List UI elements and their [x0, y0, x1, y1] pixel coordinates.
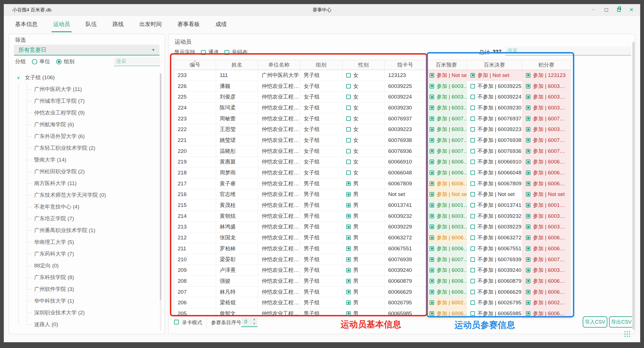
cell-final[interactable]: 参加 | Not set	[467, 70, 522, 81]
cell-final[interactable]: 不参加 | 60066048	[467, 167, 522, 178]
checkbox-checked-icon[interactable]	[526, 279, 530, 283]
checkbox-checked-icon[interactable]	[346, 268, 351, 272]
checkbox-checked-icon[interactable]	[526, 203, 530, 207]
import-csv-button[interactable]: 导入CSV	[583, 316, 607, 328]
checkbox-checked-icon[interactable]	[430, 149, 434, 153]
cell-points[interactable]: 参加 | 6006…	[522, 157, 570, 167]
checkbox-checked-icon[interactable]	[430, 116, 434, 121]
table-header-col-name[interactable]: 姓名	[216, 60, 258, 70]
cell-points[interactable]: 参加 | Not set	[522, 189, 570, 200]
minimize-icon[interactable]: −	[591, 7, 596, 13]
cell-prelim[interactable]: 参加 | 6003…	[426, 211, 467, 221]
sidebar-scrollbar-thumb[interactable]	[160, 73, 161, 300]
cell-points[interactable]: 参加 | 6003…	[522, 124, 570, 135]
checkbox-checked-icon[interactable]	[526, 95, 530, 99]
maximize-icon[interactable]	[604, 7, 609, 13]
cell-prelim[interactable]: 参加 | 6006…	[426, 287, 467, 297]
cell-gender[interactable]: 女	[343, 167, 385, 178]
checkbox-checked-icon[interactable]	[430, 290, 434, 294]
checkbox-checked-icon[interactable]	[430, 127, 434, 132]
cell-final[interactable]: 不参加 | 60076937	[467, 113, 522, 124]
cell-points[interactable]: 参加 | 6003…	[522, 222, 570, 232]
tab-基本信息[interactable]: 基本信息	[13, 20, 39, 32]
table-header-col-id[interactable]: ∨编号	[174, 60, 216, 70]
cell-prelim[interactable]: 参加 | 6007…	[426, 113, 467, 124]
table-row[interactable]: 212张国龙仲恺农业工程…男子组男60063272参加 | 6006…不参加 |…	[174, 232, 570, 243]
cell-gender[interactable]: 女	[343, 81, 385, 92]
checkbox-checked-icon[interactable]	[430, 246, 434, 251]
cell-gender[interactable]: 男	[343, 189, 385, 200]
checkbox-checked-icon[interactable]	[526, 235, 530, 240]
radio-unit[interactable]	[32, 59, 37, 64]
tree-item[interactable]: 华中科技大学 (1)	[9, 295, 161, 307]
tree-item[interactable]: 广东科技学院 (8)	[9, 272, 161, 283]
table-row[interactable]: 219黄惠茵仲恺农业工程…女子组女60066910参加 | 6006…不参加 |…	[174, 157, 570, 168]
checkbox-checked-icon[interactable]	[526, 160, 530, 164]
cell-points[interactable]: 参加 | 6007…	[522, 254, 570, 265]
cell-prelim[interactable]: 参加 | 6007…	[426, 135, 467, 146]
cell-gender[interactable]: 男	[343, 276, 385, 286]
cell-gender[interactable]: 女	[343, 157, 385, 167]
checkbox-checked-icon[interactable]	[430, 257, 434, 262]
cell-points[interactable]: 参加 | 6006…	[522, 243, 570, 254]
stepper-up-icon[interactable]: ▲	[253, 318, 256, 321]
checkbox-checked-icon[interactable]	[346, 246, 351, 251]
table-row[interactable]: 210梁晏彰仲恺农业工程…男子组男60076939参加 | 6007…不参加 |…	[174, 254, 570, 265]
checkbox-unchecked-icon[interactable]	[470, 106, 475, 110]
checkbox-checked-icon[interactable]	[346, 225, 351, 229]
tab-成绩[interactable]: 成绩	[214, 20, 228, 32]
checkbox-checked-icon[interactable]	[430, 192, 434, 197]
table-header-col-group[interactable]: 组别	[300, 60, 343, 70]
tree-item[interactable]: 广东培正学院 (7)	[9, 213, 161, 225]
checkbox-unchecked-icon[interactable]	[470, 192, 475, 197]
checkbox-unchecked-icon[interactable]	[470, 138, 475, 143]
checkbox-checked-icon[interactable]	[526, 73, 530, 78]
cell-points[interactable]: 参加 | 6003…	[522, 265, 570, 275]
checkbox-unchecked-icon[interactable]	[346, 84, 351, 88]
checkbox-checked-icon[interactable]	[430, 95, 434, 99]
cell-prelim[interactable]: 参加 | 6003…	[426, 222, 467, 232]
checkbox-checked-icon[interactable]	[430, 203, 434, 207]
checkbox-unchecked-icon[interactable]	[470, 84, 475, 88]
cell-prelim[interactable]: 参加 | 6003…	[426, 102, 467, 113]
table-header-col-card[interactable]: 指卡号	[385, 60, 426, 70]
table-header-col-org[interactable]: 单位名称	[258, 60, 300, 70]
cell-prelim[interactable]: 参加 | 6003…	[426, 81, 467, 92]
tab-队伍[interactable]: 队伍	[84, 20, 99, 32]
cell-gender[interactable]: 女	[343, 92, 385, 102]
export-csv-button[interactable]: 导出CSV	[609, 316, 634, 328]
checkbox-checked-icon[interactable]	[526, 257, 530, 262]
cell-points[interactable]: 参加 | 6007…	[522, 135, 570, 146]
cell-prelim[interactable]: 参加 | 6003…	[426, 92, 467, 102]
checkbox-checked-icon[interactable]	[526, 149, 530, 153]
cell-prelim[interactable]: 参加 | 6006…	[426, 243, 467, 254]
cell-gender[interactable]: 女	[343, 113, 385, 124]
checkbox-checked-icon[interactable]	[346, 257, 351, 262]
tab-路线[interactable]: 路线	[111, 20, 125, 32]
checkbox-checked-icon[interactable]	[526, 192, 530, 197]
cell-points[interactable]: 参加 | 123123	[522, 70, 570, 81]
cell-gender[interactable]: 女	[343, 124, 385, 135]
cell-gender[interactable]: 男	[343, 265, 385, 275]
record-mode-checkbox[interactable]	[174, 320, 179, 324]
cell-prelim[interactable]: 参加 | 6007…	[426, 146, 467, 157]
checkbox-checked-icon[interactable]	[346, 311, 351, 316]
checkbox-checked-icon[interactable]	[526, 106, 530, 110]
cell-prelim[interactable]: 参加 | 6003…	[426, 265, 467, 275]
stepper-down-icon[interactable]: ▼	[253, 323, 256, 325]
tab-运动员[interactable]: 运动员	[51, 20, 72, 32]
checkbox-checked-icon[interactable]	[526, 246, 530, 251]
cell-gender[interactable]: 男	[343, 297, 385, 308]
checkbox-checked-icon[interactable]	[430, 279, 434, 283]
cell-points[interactable]: 参加 | 6003…	[522, 102, 570, 113]
checkbox-unchecked-icon[interactable]	[470, 171, 475, 175]
table-row[interactable]: 209卢泽熹仲恺农业工程…男子组男60039240参加 | 6003…不参加 |…	[174, 265, 570, 276]
tree-item[interactable]: 广州软件学院 (3)	[9, 283, 161, 295]
checkbox-unchecked-icon[interactable]	[470, 279, 475, 283]
cell-gender[interactable]: 男	[343, 178, 385, 189]
competition-day-dropdown[interactable]: 所有竞赛日 ▼	[14, 45, 160, 55]
tree-item[interactable]: 仲恺农业工程学院 (9)	[9, 107, 161, 119]
table-row[interactable]: 206梁裕焜仲恺农业工程…男子组男60026795参加 | 6002…不参加 |…	[174, 297, 570, 308]
checkbox-checked-icon[interactable]	[526, 300, 530, 305]
checkbox-unchecked-icon[interactable]	[470, 225, 475, 229]
